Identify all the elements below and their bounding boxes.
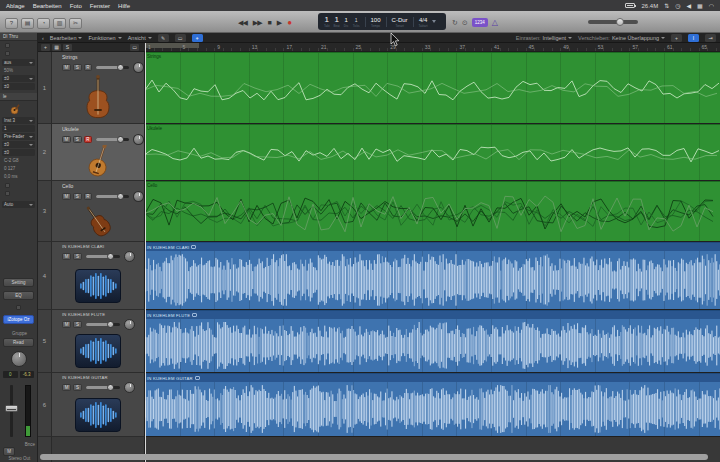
mixer-icon[interactable]: ▥ [53,18,66,29]
snap-dropdown[interactable]: Einrasten: Intelligent [516,35,572,41]
fader-thumb[interactable] [5,405,18,412]
track-number[interactable]: 3 [38,181,52,242]
checkbox[interactable] [5,191,10,196]
plugin-slot-icon[interactable] [16,305,21,310]
pan-knob[interactable] [133,134,144,145]
solo-button[interactable]: S [73,193,82,200]
menu-foto[interactable]: Foto [70,3,82,9]
mute-button[interactable]: M [62,64,71,71]
volume-slider[interactable] [96,66,129,69]
updown-arrows-icon[interactable]: ⇅ [664,2,669,9]
track-grid-icon[interactable]: ▦ [52,44,61,51]
smart-controls-icon[interactable]: ◔ [37,18,50,29]
inspector-field[interactable]: ±0 [2,149,35,156]
menu-ablage[interactable]: Ablage [6,3,25,9]
mute-button[interactable]: M [62,321,71,328]
pan-knob[interactable] [133,191,144,202]
keyboard-icon[interactable]: ▦ [697,2,703,9]
metronome-icon[interactable]: △ [492,18,498,27]
solo-button[interactable]: S [73,384,82,391]
record-button[interactable]: ● [287,17,292,29]
checkbox[interactable] [5,43,10,48]
solo-button[interactable]: S [73,64,82,71]
add-track-button[interactable]: + [41,44,50,51]
track-header-strings[interactable]: Strings M S R [52,52,145,124]
pan-knob[interactable] [124,251,135,262]
track-number[interactable]: 1 [38,52,52,124]
region-clari[interactable]: IN KUEHLEM CLARI [145,242,720,310]
pencil-tool-icon[interactable]: ✎ [158,34,169,42]
pan-knob[interactable] [133,62,144,73]
play-button[interactable]: ▶ [277,17,281,29]
track-number[interactable]: 2 [38,124,52,181]
region-flute[interactable]: IN KUEHLEM FLUTE [145,310,720,373]
pan-knob[interactable] [11,351,27,367]
clock-icon[interactable]: ◷ [675,2,680,9]
editors-icon[interactable]: ✂ [69,18,82,29]
region-guitar[interactable]: IN KUEHLEM GUITAR [145,373,720,437]
solo-button[interactable]: S [73,136,82,143]
region-cello[interactable]: Cello [145,181,720,242]
volume-slider[interactable] [96,138,129,141]
edit-menu[interactable]: Bearbeiten [50,35,83,41]
active-tool-icon[interactable]: ⌖ [192,34,203,42]
track-header-ukulele[interactable]: Ukulele M S R [52,124,145,181]
horizontal-scrollbar[interactable] [40,454,708,460]
forward-button[interactable]: ▶▶ [253,17,262,29]
library-icon[interactable]: ▤ [21,18,34,29]
bar-ruler[interactable]: + ▦ S ▭ 1 5 9 13 17 21 25 29 33 37 41 45… [38,43,720,52]
lcd-key[interactable]: C-DurTonart [392,16,408,28]
inspector-field[interactable]: 1 [2,125,35,132]
mute-button[interactable]: M [62,253,71,260]
mute-button[interactable]: M [62,384,71,391]
automation-read-button[interactable]: Read [3,338,34,347]
catch-playhead-icon[interactable]: ⇥ [705,34,716,42]
inspector-field[interactable]: ±0 [2,141,35,148]
inspector-field[interactable]: Inst 3 [2,117,35,124]
menu-fenster[interactable]: Fenster [90,3,110,9]
panel-collapse-icon[interactable]: ‹ [42,35,44,41]
track-header-flute[interactable]: IN KUEHLEM FLUTE M S [52,310,145,373]
master-volume-slider[interactable] [588,20,638,24]
volume-icon[interactable]: ◀ [686,2,691,9]
eq-button[interactable]: EQ [3,291,34,300]
midi-section-header[interactable]: DI Thru [0,33,37,41]
pan-knob[interactable] [124,319,135,330]
checkbox[interactable] [5,183,10,188]
pan-knob[interactable] [124,382,135,393]
region-strings[interactable]: Strings [145,52,720,124]
volume-slider-thumb[interactable] [616,18,624,26]
inspector-field[interactable]: Pre-Fader [2,133,35,140]
track-number[interactable]: 4 [38,242,52,310]
record-enable-button[interactable]: R [84,136,93,143]
track-header-clari[interactable]: IN KUEHLEM CLARI M S [52,242,145,310]
cycle-icon[interactable]: ↻ [452,19,458,27]
record-enable-button[interactable]: R [84,64,93,71]
inspector-field[interactable]: ±0 [2,83,35,90]
tuner-icon[interactable]: ⊙ [462,19,468,27]
count-in-button[interactable]: 1234 [472,18,488,27]
quick-help-icon[interactable]: ? [5,18,18,29]
volume-slider[interactable] [86,255,120,258]
lcd-display[interactable]: 1Takt 1Beat 1Div. 1Ticks 100Tempo C-DurT… [318,13,446,30]
plugin-izotope-button[interactable]: iZotope Oz [3,315,34,324]
functions-menu[interactable]: Funktionen [88,35,121,41]
view-menu[interactable]: Ansicht [128,35,152,41]
rewind-button[interactable]: ◀◀ [238,17,247,29]
mute-button[interactable]: M [62,193,71,200]
track-number[interactable]: 5 [38,310,52,373]
lcd-time-signature[interactable]: 4/4Taktart [419,16,428,28]
record-enable-button[interactable]: R [84,193,93,200]
battery-icon[interactable] [625,3,635,8]
solo-button[interactable]: S [73,253,82,260]
header-collapse-icon[interactable]: ▭ [130,44,139,51]
sort-button[interactable]: S [63,44,72,51]
marquee-tool-icon[interactable]: ▭ [175,34,186,42]
track-number[interactable]: 6 [38,373,52,437]
menu-bearbeiten[interactable]: Bearbeiten [33,3,62,9]
track-header-guitar[interactable]: IN KUEHLEM GUITAR M S [52,373,145,437]
text-tool-icon[interactable]: I [688,34,699,42]
solo-button[interactable]: S [73,321,82,328]
crosshair-tool-icon[interactable]: + [671,34,682,42]
volume-slider[interactable] [96,195,129,198]
